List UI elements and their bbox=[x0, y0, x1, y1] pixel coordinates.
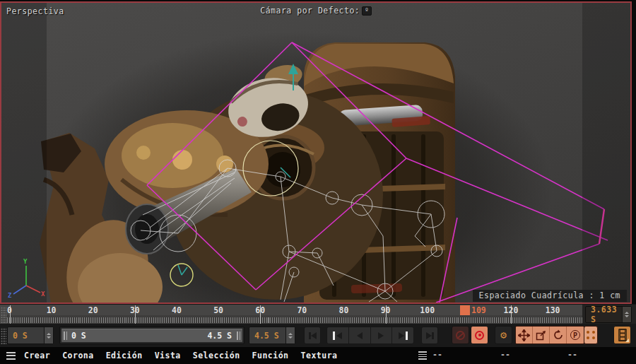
timeline-ruler-row: 0102030405060708090100120130109 3.633 S bbox=[0, 304, 636, 324]
timeline-ruler[interactable]: 0102030405060708090100120130109 bbox=[7, 305, 582, 324]
gear-icon: ⚙ bbox=[500, 329, 507, 341]
ruler-grip-handle[interactable] bbox=[0, 306, 6, 323]
playback-button-group bbox=[326, 327, 414, 344]
flyout-corner-icon bbox=[625, 339, 629, 342]
range-start-value: 0 S bbox=[8, 331, 44, 341]
render-options-button[interactable] bbox=[613, 326, 631, 344]
time-spinner[interactable] bbox=[622, 307, 631, 322]
current-time-value: 3.633 S bbox=[586, 305, 622, 324]
grid-spacing-status: Espaciado Cuadrícula : 1 cm bbox=[473, 290, 627, 302]
ruler-tick-label: 20 bbox=[88, 305, 98, 315]
pla-dots-icon bbox=[587, 331, 595, 339]
range-end-field[interactable]: 4.5 S bbox=[249, 327, 295, 344]
current-frame-marker[interactable] bbox=[460, 305, 470, 315]
menu-item-list: CrearCoronaEdiciónVistaSelecciónFunciónT… bbox=[24, 351, 338, 360]
scale-box-icon bbox=[536, 330, 546, 341]
range-track[interactable]: 0 S 4.5 S bbox=[61, 329, 242, 342]
ruler-tick-label: 0 bbox=[7, 305, 12, 315]
record-rotation-button[interactable] bbox=[550, 327, 567, 344]
goto-end-icon bbox=[426, 332, 432, 339]
record-scale-button[interactable] bbox=[533, 327, 550, 344]
next-key-button[interactable] bbox=[392, 327, 413, 344]
ruler-tick-label: 40 bbox=[172, 305, 182, 315]
ruler-tick-label: 120 bbox=[504, 305, 519, 315]
ruler-tick-label: 30 bbox=[130, 305, 140, 315]
record-muted-button[interactable] bbox=[452, 326, 469, 344]
status-value: -- bbox=[432, 350, 442, 360]
ruler-tick-label: 60 bbox=[255, 305, 265, 315]
ruler-tick-label: 90 bbox=[381, 305, 391, 315]
play-forward-button[interactable] bbox=[371, 327, 393, 344]
ruler-tick-label: 130 bbox=[546, 305, 560, 315]
camera-title[interactable]: Cámara por Defecto: º bbox=[1, 6, 630, 16]
spinner-up-icon[interactable] bbox=[625, 312, 629, 314]
application-window: Perspectiva Cámara por Defecto: º Espaci… bbox=[0, 0, 636, 364]
goto-end-button[interactable] bbox=[421, 327, 438, 344]
menu-item-selección[interactable]: Selección bbox=[193, 351, 240, 360]
transport-grip-handle[interactable] bbox=[0, 327, 6, 344]
range-start-field[interactable]: 0 S bbox=[7, 327, 54, 344]
menu-item-función[interactable]: Función bbox=[252, 351, 289, 360]
spinner-up-icon[interactable] bbox=[288, 333, 293, 335]
range-track-start-label: 0 S bbox=[71, 331, 86, 341]
spinner-up-icon[interactable] bbox=[47, 333, 51, 335]
move-arrows-icon bbox=[518, 329, 530, 341]
record-keyframe-button[interactable] bbox=[471, 326, 488, 344]
ruler-tick-label: 80 bbox=[339, 305, 349, 315]
keying-settings-button[interactable]: ⚙ bbox=[495, 326, 512, 344]
world-axis-gizmo: Y X Z bbox=[7, 257, 45, 298]
play-backward-button[interactable] bbox=[349, 327, 371, 344]
play-forward-icon bbox=[378, 332, 384, 339]
axis-y-label: Y bbox=[23, 258, 28, 265]
statusbar-menu-icon[interactable] bbox=[418, 351, 427, 360]
ruler-tick-label: 10 bbox=[47, 305, 57, 315]
menu-hamburger-icon[interactable] bbox=[6, 352, 16, 360]
prev-key-icon bbox=[333, 331, 335, 340]
record-pla-button[interactable] bbox=[584, 326, 598, 344]
menu-item-textura[interactable]: Textura bbox=[301, 351, 338, 360]
spinner-down-icon[interactable] bbox=[625, 315, 629, 317]
ruler-tick-label: 50 bbox=[213, 305, 223, 315]
menu-item-corona[interactable]: Corona bbox=[62, 351, 94, 360]
range-handle-right[interactable] bbox=[236, 331, 241, 340]
viewport-perspective[interactable]: Perspectiva Cámara por Defecto: º Espaci… bbox=[0, 1, 632, 304]
menu-item-edición[interactable]: Edición bbox=[106, 351, 143, 360]
record-keyframe-icon bbox=[475, 331, 484, 340]
record-parameter-button[interactable]: P bbox=[567, 327, 584, 344]
timeline-range-slider[interactable]: 0 S 4.5 S bbox=[59, 327, 245, 344]
viewport-canvas[interactable] bbox=[1, 3, 630, 303]
play-backward-icon bbox=[357, 332, 363, 339]
transport-row: 0 S 0 S 4.5 S 4.5 S bbox=[0, 324, 636, 347]
status-value: -- bbox=[567, 350, 577, 360]
range-end-spinner[interactable] bbox=[285, 327, 295, 344]
range-start-spinner[interactable] bbox=[44, 327, 53, 344]
range-track-end-label: 4.5 S bbox=[207, 331, 232, 341]
menu-item-vista[interactable]: Vista bbox=[155, 351, 181, 360]
next-key-icon bbox=[399, 332, 404, 339]
record-position-button[interactable] bbox=[516, 327, 533, 344]
record-channel-group: P bbox=[515, 326, 584, 344]
axis-x-label: X bbox=[41, 290, 45, 298]
parameter-icon: P bbox=[570, 330, 580, 340]
camera-title-label: Cámara por Defecto: bbox=[260, 6, 360, 16]
ruler-tick-label: 100 bbox=[420, 305, 435, 315]
axis-z-label: Z bbox=[8, 292, 12, 298]
rotate-arrows-icon bbox=[553, 329, 564, 341]
ruler-tick-label: 70 bbox=[297, 305, 307, 315]
spinner-down-icon[interactable] bbox=[288, 336, 293, 339]
animation-menubar: CrearCoronaEdiciónVistaSelecciónFunciónT… bbox=[0, 347, 636, 364]
range-end-value: 4.5 S bbox=[249, 331, 285, 341]
prev-key-button[interactable] bbox=[327, 327, 349, 344]
menu-item-crear[interactable]: Crear bbox=[24, 351, 50, 360]
camera-badge-icon: º bbox=[362, 6, 371, 16]
current-time-field[interactable]: 3.633 S bbox=[585, 306, 632, 323]
status-value: -- bbox=[500, 350, 510, 360]
record-muted-icon bbox=[456, 331, 465, 340]
goto-start-button[interactable] bbox=[304, 327, 321, 344]
spinner-down-icon[interactable] bbox=[47, 336, 51, 339]
range-handle-left[interactable] bbox=[63, 331, 68, 340]
ruler-minor-ticks bbox=[7, 317, 582, 323]
current-frame-label: 109 bbox=[471, 305, 486, 315]
